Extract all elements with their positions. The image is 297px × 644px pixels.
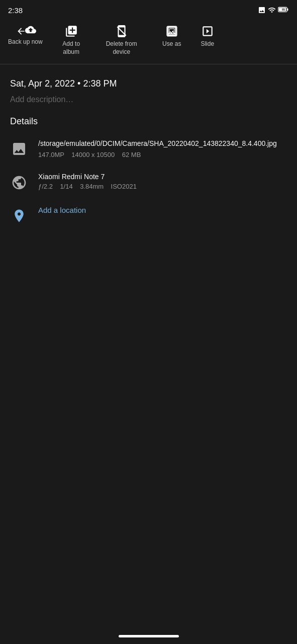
back-up-now-label: Back up now (8, 38, 43, 46)
delete-from-device-label: Delete fromdevice (106, 40, 137, 56)
use-as-icon (165, 25, 178, 38)
location-row[interactable]: Add a location (10, 206, 287, 225)
add-location-button[interactable]: Add a location (38, 206, 287, 214)
status-time: 2:38 (8, 6, 23, 15)
bottom-bar (0, 628, 297, 644)
camera-info-row: Xiaomi Redmi Note 7 ƒ/2.2 1/14 3.84mm IS… (10, 173, 287, 192)
slideshow-label: Slide (201, 40, 214, 48)
file-info-content: /storage/emulated/0/DCIM/Camera/SHA_2022… (38, 139, 287, 158)
svg-text:85: 85 (282, 8, 285, 11)
toolbar-divider (0, 64, 297, 64)
back-and-backup-icons (16, 24, 34, 38)
photo-date: Sat, Apr 2, 2022 • 2:38 PM (10, 78, 287, 89)
home-indicator (119, 635, 179, 637)
file-path: /storage/emulated/0/DCIM/Camera/SHA_2022… (38, 139, 287, 149)
svg-rect-1 (287, 9, 288, 11)
add-to-album-icon-wrapper (64, 24, 78, 38)
file-meta: 147.0MP 14000 x 10500 62 MB (38, 151, 287, 158)
use-as-label: Use as (162, 40, 181, 48)
use-as-icon-wrapper (165, 24, 179, 38)
file-info-row: /storage/emulated/0/DCIM/Camera/SHA_2022… (10, 139, 287, 158)
camera-info-content: Xiaomi Redmi Note 7 ƒ/2.2 1/14 3.84mm IS… (38, 173, 287, 190)
description-placeholder[interactable]: Add description… (10, 95, 287, 104)
use-as-button[interactable]: Use as (149, 22, 194, 50)
status-icons: 85 (258, 6, 289, 15)
file-icon (10, 140, 28, 158)
signal-icon (268, 6, 276, 14)
delete-device-icon-wrapper (115, 24, 129, 38)
delete-from-device-button[interactable]: Delete fromdevice (94, 22, 149, 58)
battery-icon: 85 (278, 6, 289, 14)
aperture-icon (11, 175, 27, 191)
backup-cloud-icon (25, 24, 36, 35)
location-content[interactable]: Add a location (38, 206, 287, 214)
device-name: Xiaomi Redmi Note 7 (38, 173, 287, 181)
slideshow-icon-wrapper (201, 24, 215, 38)
add-to-album-label: Add toalbum (62, 40, 80, 56)
map-pin-icon (12, 208, 27, 223)
delete-device-icon (115, 25, 128, 38)
image-file-icon (11, 141, 27, 157)
back-arrow-icon (16, 26, 26, 36)
back-up-now-button[interactable]: Back up now (2, 22, 49, 48)
date-section: Sat, Apr 2, 2022 • 2:38 PM Add descripti… (0, 74, 297, 112)
camera-icon (10, 174, 28, 192)
add-to-album-button[interactable]: Add toalbum (49, 22, 94, 58)
details-section: Details /storage/emulated/0/DCIM/Camera/… (0, 112, 297, 243)
add-album-icon (65, 25, 78, 38)
toolbar: Back up now Add toalbum Delete fromdevic… (0, 18, 297, 64)
notification-icon (258, 6, 266, 14)
battery-level: 85 (278, 6, 289, 15)
slideshow-icon (201, 25, 214, 38)
details-title: Details (10, 116, 287, 127)
camera-settings: ƒ/2.2 1/14 3.84mm ISO2021 (38, 183, 287, 190)
status-bar: 2:38 85 (0, 0, 297, 18)
slideshow-button[interactable]: Slide (194, 22, 221, 50)
location-icon (10, 207, 28, 225)
